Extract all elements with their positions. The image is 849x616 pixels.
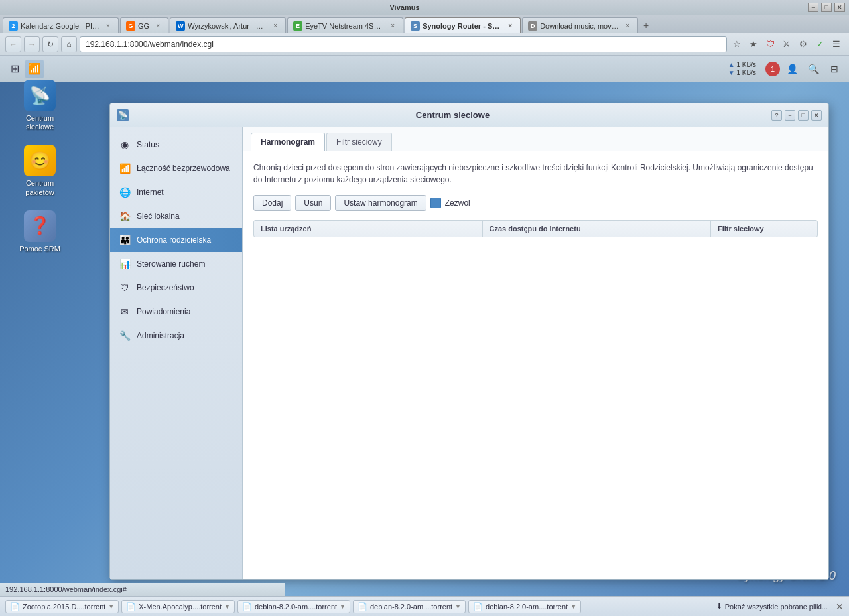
content-tabs: Harmonogram Filtr sieciowy — [243, 127, 828, 151]
table-header: Lista urządzeń Czas dostępu do Internetu… — [253, 220, 818, 237]
desktop-icon-centrum-sieciowe[interactable]: 📡 Centrum sieciowe — [13, 80, 66, 131]
sidebar-item-admin[interactable]: 🔧 Administracja — [110, 324, 242, 347]
download-icon-1: 📄 — [10, 602, 20, 611]
download-chevron-3[interactable]: ▼ — [340, 603, 346, 610]
back-button[interactable]: ← — [5, 36, 21, 52]
sidebar-item-status[interactable]: ◉ Status — [110, 133, 242, 156]
sidebar-item-parental[interactable]: 👨‍👩‍👧 Ochrona rodzicielska — [110, 228, 242, 252]
browser-tab-tab4[interactable]: EEyeTV Netstream 4Sat pa...× — [287, 17, 403, 33]
adblock-icon[interactable]: 🛡 — [763, 37, 777, 52]
col-czas-dostepu: Czas dostępu do Internetu — [483, 221, 712, 237]
bookmark-icon[interactable]: ★ — [746, 37, 761, 52]
shield-icon[interactable]: ⚔ — [779, 37, 794, 52]
tab-close-tab1[interactable]: × — [103, 21, 113, 31]
forward-button[interactable]: → — [24, 36, 40, 52]
close-downloads-button[interactable]: ✕ — [836, 601, 844, 612]
browser-tab-tab5[interactable]: SSynology Router - Synolo...× — [405, 17, 521, 33]
status-icon: ◉ — [118, 138, 131, 151]
download-speed: 1 KB/s — [737, 69, 756, 76]
download-item-3[interactable]: 📄 debian-8.2.0-am....torrent ▼ — [237, 600, 350, 613]
tab-filtr-sieciowy[interactable]: Filtr sieciowy — [326, 133, 392, 151]
user-icon[interactable]: 👤 — [783, 60, 801, 78]
tab-close-tab4[interactable]: × — [388, 21, 397, 31]
download-chevron-2[interactable]: ▼ — [224, 603, 230, 610]
tab-close-tab5[interactable]: × — [505, 21, 515, 31]
download-chevron-1[interactable]: ▼ — [108, 603, 114, 610]
new-tab-button[interactable]: + — [639, 19, 653, 32]
sidebar-item-internet[interactable]: 🌐 Internet — [110, 180, 242, 204]
download-bar: 📄 Zootopia.2015.D....torrent ▼ 📄 X-Men.A… — [0, 596, 849, 616]
download-icon-2: 📄 — [126, 602, 136, 611]
search-icon[interactable]: 🔍 — [804, 60, 822, 78]
window-maximize-btn[interactable]: □ — [798, 110, 809, 121]
admin-icon: 🔧 — [118, 329, 131, 342]
tab-close-tab6[interactable]: × — [623, 21, 632, 31]
alert-icon[interactable]: 1 — [765, 62, 780, 76]
desktop-icon-centrum-pakietow[interactable]: 😊 Centrum pakietów — [13, 145, 66, 196]
desktop-icons: 📡 Centrum sieciowe 😊 Centrum pakietów ❓ … — [13, 80, 66, 253]
download-item-5[interactable]: 📄 debian-8.2.0-am....torrent ▼ — [468, 600, 581, 613]
download-item-1[interactable]: 📄 Zootopia.2015.D....torrent ▼ — [5, 600, 119, 613]
sidebar-item-local-network[interactable]: 🏠 Sieć lokalna — [110, 204, 242, 228]
sidebar-item-wireless[interactable]: 📶 Łączność bezprzewodowa — [110, 156, 242, 180]
sidebar-wireless-label: Łączność bezprzewodowa — [137, 164, 234, 173]
browser-tab-tab2[interactable]: GGG× — [120, 17, 168, 33]
pomoc-srm-icon: ❓ — [24, 210, 56, 242]
download-bar-right: ⬇ Pokaż wszystkie pobrane pliki... ✕ — [712, 601, 844, 612]
dodaj-button[interactable]: Dodaj — [253, 195, 291, 211]
layout-icon[interactable]: ⊟ — [825, 60, 844, 78]
tab-favicon-tab1: 2 — [9, 21, 18, 31]
download-item-2[interactable]: 📄 X-Men.Apocalyp....torrent ▼ — [121, 600, 235, 613]
window-help-btn[interactable]: ? — [771, 110, 782, 121]
sidebar-item-notifications[interactable]: ✉ Powiadomienia — [110, 300, 242, 324]
tab-close-tab3[interactable]: × — [271, 21, 280, 31]
tab-harmonogram[interactable]: Harmonogram — [251, 133, 325, 151]
upload-arrow-icon: ▲ — [728, 61, 735, 68]
col-filtr-sieciowy: Filtr sieciowy — [711, 221, 817, 237]
tab-favicon-tab6: D — [528, 21, 537, 31]
speed-indicator: ▲ 1 KB/s ▼ 1 KB/s — [728, 61, 756, 76]
content-area: Harmonogram Filtr sieciowy Chronią dziec… — [243, 127, 828, 579]
home-button[interactable]: ⌂ — [61, 36, 77, 52]
browser-tab-tab3[interactable]: WWyrzykowski, Artur - Outl...× — [170, 17, 286, 33]
usun-button[interactable]: Usuń — [295, 195, 331, 211]
centrum-pakietow-label: Centrum pakietów — [13, 179, 66, 196]
browser-tab-tab6[interactable]: DDownload music, movies,...× — [522, 17, 638, 33]
window-body: ◉ Status 📶 Łączność bezprzewodowa 🌐 Inte… — [110, 127, 828, 579]
tab-close-tab2[interactable]: × — [153, 21, 163, 31]
download-chevron-5[interactable]: ▼ — [570, 603, 576, 610]
zezwol-checkbox[interactable] — [430, 198, 441, 208]
wireless-icon: 📶 — [118, 162, 131, 175]
apps-grid-icon[interactable]: ⊞ — [5, 60, 24, 78]
menu-icon[interactable]: ☰ — [829, 37, 844, 52]
reload-button[interactable]: ↻ — [42, 36, 58, 52]
wifi-toolbar-icon[interactable]: 📶 — [25, 60, 44, 78]
window-title: Centrum sieciowe — [134, 110, 771, 120]
browser-maximize-btn[interactable]: □ — [821, 3, 832, 12]
browser-minimize-btn[interactable]: − — [808, 3, 818, 12]
window-minimize-btn[interactable]: − — [785, 110, 795, 121]
window-close-btn[interactable]: ✕ — [811, 110, 822, 121]
tab-label-tab1: Kalendarz Google - Plan d... — [21, 22, 99, 30]
download-chevron-4[interactable]: ▼ — [455, 603, 461, 610]
browser-tab-tab1[interactable]: 2Kalendarz Google - Plan d...× — [3, 17, 119, 33]
desktop-icon-pomoc-srm[interactable]: ❓ Pomoc SRM — [13, 210, 66, 253]
bookmark-star-icon[interactable]: ☆ — [730, 37, 744, 52]
check-icon[interactable]: ✓ — [813, 37, 827, 52]
address-bar[interactable]: 192.168.1.1:8000/webman/index.cgi — [80, 36, 727, 52]
nav-right-buttons: ☆ ★ 🛡 ⚔ ⚙ ✓ ☰ — [730, 37, 844, 52]
browser-close-btn[interactable]: ✕ — [834, 3, 845, 12]
sidebar-local-network-label: Sieć lokalna — [137, 212, 234, 221]
show-all-label: Pokaż wszystkie pobrane pliki... — [725, 603, 828, 611]
sidebar-parental-label: Ochrona rodzicielska — [137, 235, 234, 245]
sidebar-item-security[interactable]: 🛡 Bezpieczeństwo — [110, 276, 242, 300]
download-name-1: Zootopia.2015.D....torrent — [23, 603, 105, 611]
show-all-downloads-button[interactable]: ⬇ Pokaż wszystkie pobrane pliki... — [712, 601, 832, 612]
tab-label-tab4: EyeTV Netstream 4Sat pa... — [305, 22, 384, 30]
ustaw-button[interactable]: Ustaw harmonogram — [335, 195, 426, 211]
security-icon: 🛡 — [118, 281, 131, 294]
sidebar-item-traffic[interactable]: 📊 Sterowanie ruchem — [110, 252, 242, 276]
traffic-icon: 📊 — [118, 257, 131, 271]
settings-icon[interactable]: ⚙ — [796, 37, 811, 52]
download-item-4[interactable]: 📄 debian-8.2.0-am....torrent ▼ — [353, 600, 466, 613]
